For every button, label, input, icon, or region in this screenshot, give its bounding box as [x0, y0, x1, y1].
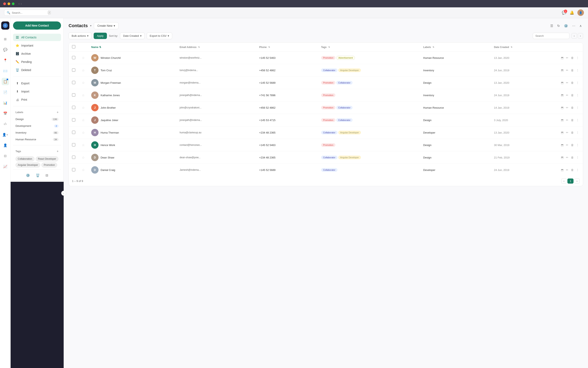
apply-button[interactable]: Apply	[94, 33, 107, 39]
more-row-button[interactable]: ⋮	[576, 93, 580, 97]
archive-row-button[interactable]: ⬒	[560, 55, 564, 60]
sidebar-item-import[interactable]: ⬇ Import	[13, 88, 61, 95]
row-checkbox-9[interactable]	[72, 168, 75, 171]
next-page-header-button[interactable]: ›	[578, 33, 583, 39]
col-sort-name[interactable]: ⇅	[99, 46, 101, 49]
col-sort-tags[interactable]: ⇅	[328, 46, 330, 48]
add-new-contact-button[interactable]: Add New Contact	[13, 21, 61, 30]
edit-row-button[interactable]: ✏	[565, 55, 569, 60]
star-button-3[interactable]: ☆	[82, 93, 85, 97]
bulk-actions-button[interactable]: Bulk actions ▾	[69, 32, 92, 39]
more-row-button[interactable]: ⋮	[576, 68, 580, 73]
sidebar-icon-code[interactable]: ‹/›	[2, 120, 9, 128]
edit-row-button[interactable]: ✏	[565, 118, 569, 122]
prev-page-header-button[interactable]: ‹	[571, 33, 577, 39]
archive-row-button[interactable]: ⬒	[560, 155, 564, 160]
sidebar-item-archive[interactable]: 🗄️ Archive	[13, 50, 61, 57]
delete-row-button[interactable]: 🗑	[570, 81, 574, 85]
row-checkbox-5[interactable]	[72, 118, 75, 121]
sidebar-icon-contacts[interactable]: 📋	[2, 78, 9, 85]
delete-row-button[interactable]: 🗑	[570, 68, 574, 73]
export-csv-button[interactable]: Export to CSV ▾	[147, 32, 172, 39]
notifications-chat-button[interactable]: 💬 4	[562, 10, 566, 15]
edit-row-button[interactable]: ✏	[565, 81, 569, 85]
sidebar-icon-table[interactable]: ⊟	[2, 152, 9, 159]
sidebar-item-export[interactable]: ⬆ Export	[13, 80, 61, 87]
refresh-button[interactable]: ↻	[556, 23, 561, 29]
more-row-button[interactable]: ⋮	[576, 118, 580, 122]
traffic-light-green[interactable]	[12, 2, 15, 5]
more-row-button[interactable]: ⋮	[576, 130, 580, 135]
table-search-input[interactable]	[533, 33, 570, 39]
more-row-button[interactable]: ⋮	[576, 143, 580, 147]
more-row-button[interactable]: ⋮	[576, 168, 580, 172]
prev-page-button[interactable]: ‹	[561, 178, 567, 184]
archive-row-button[interactable]: ⬒	[560, 143, 564, 147]
page-title-dropdown-arrow[interactable]: ▾	[90, 24, 91, 27]
col-sort-date[interactable]: ⇅	[511, 46, 512, 48]
label-human-resource[interactable]: Human Resource 34	[13, 136, 61, 142]
delete-row-button[interactable]: 🗑	[570, 118, 574, 122]
more-row-button[interactable]: ⋮	[576, 81, 580, 85]
global-search-input[interactable]	[12, 11, 46, 14]
row-checkbox-8[interactable]	[72, 156, 75, 159]
label-inventory[interactable]: Inventory 86	[13, 130, 61, 136]
sidebar-item-deleted[interactable]: 🗑️ Deleted	[13, 66, 61, 74]
sidebar-item-important[interactable]: ⭐ Important	[13, 42, 61, 49]
delete-row-button[interactable]: 🗑	[570, 168, 574, 172]
row-checkbox-1[interactable]	[72, 68, 75, 72]
add-label-button[interactable]: +	[57, 110, 59, 114]
delete-row-button[interactable]: 🗑	[570, 93, 574, 97]
archive-row-button[interactable]: ⬒	[560, 118, 564, 122]
nav-forward-button[interactable]: ›	[21, 2, 22, 5]
delete-row-button[interactable]: 🗑	[570, 105, 574, 110]
user-avatar[interactable]: 👤	[577, 9, 584, 16]
archive-row-button[interactable]: ⬒	[560, 81, 564, 85]
nav-back-button[interactable]: ‹	[18, 2, 20, 5]
sidebar-trash-button[interactable]: 🗑️	[35, 172, 41, 178]
sidebar-item-pending[interactable]: ✏️ Pending	[13, 58, 61, 65]
create-new-button[interactable]: Create New ▾	[94, 22, 118, 29]
edit-row-button[interactable]: ✏	[565, 68, 569, 73]
row-checkbox-4[interactable]	[72, 106, 75, 109]
next-page-button[interactable]: ›	[574, 178, 580, 184]
archive-row-button[interactable]: ⬒	[560, 93, 564, 97]
star-button-0[interactable]: ☆	[82, 56, 85, 60]
row-checkbox-7[interactable]	[72, 143, 75, 147]
star-button-7[interactable]: ☆	[82, 143, 85, 147]
traffic-light-red[interactable]	[3, 2, 6, 5]
row-checkbox-3[interactable]	[72, 93, 75, 97]
col-sort-labels[interactable]: ⇅	[433, 46, 434, 48]
edit-row-button[interactable]: ✏	[565, 155, 569, 160]
row-checkbox-0[interactable]	[72, 56, 75, 59]
label-development[interactable]: Development 2	[13, 123, 61, 129]
tag-angular-developer[interactable]: Angular Developer	[16, 163, 40, 167]
sidebar-icon-dashboard[interactable]: ⊞	[2, 35, 9, 43]
delete-row-button[interactable]: 🗑	[570, 143, 574, 147]
add-tag-button[interactable]: +	[57, 149, 59, 153]
list-view-button[interactable]: ☰	[549, 23, 554, 29]
edit-row-button[interactable]: ✏	[565, 105, 569, 110]
star-button-1[interactable]: ☆	[82, 68, 85, 72]
sidebar-item-print[interactable]: 🖨 Print	[13, 96, 61, 103]
delete-row-button[interactable]: 🗑	[570, 155, 574, 160]
tag-promotion[interactable]: Promotion	[41, 163, 57, 167]
archive-row-button[interactable]: ⬒	[560, 130, 564, 135]
row-checkbox-2[interactable]	[72, 81, 75, 84]
edit-row-button[interactable]: ✏	[565, 143, 569, 147]
edit-row-button[interactable]: ✏	[565, 93, 569, 97]
collapse-content-button[interactable]: ∧	[578, 23, 583, 29]
sidebar-layout-button[interactable]: ⊟	[44, 172, 49, 178]
sidebar-icon-chart[interactable]: 📊	[2, 99, 9, 106]
star-button-8[interactable]: ☆	[82, 156, 85, 159]
more-row-button[interactable]: ⋮	[576, 105, 580, 110]
archive-row-button[interactable]: ⬒	[560, 105, 564, 110]
select-all-checkbox[interactable]	[72, 45, 75, 48]
archive-row-button[interactable]: ⬒	[560, 68, 564, 73]
sidebar-icon-location[interactable]: 📍	[2, 56, 9, 64]
sidebar-icon-chat[interactable]: 💬	[2, 46, 9, 53]
more-row-button[interactable]: ⋮	[576, 155, 580, 160]
delete-row-button[interactable]: 🗑	[570, 130, 574, 135]
sidebar-icon-add-user[interactable]: 👤+	[2, 131, 9, 138]
delete-row-button[interactable]: 🗑	[570, 55, 574, 60]
